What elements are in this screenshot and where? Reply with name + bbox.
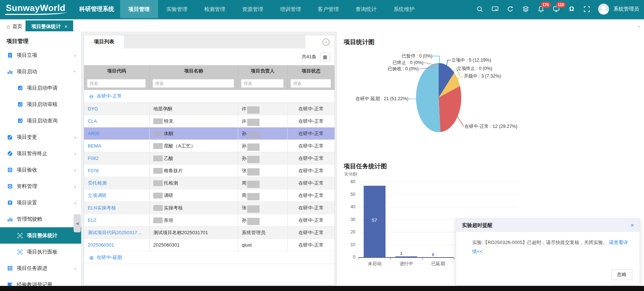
cell-project-status: 在研中-正常 [288, 152, 335, 164]
record-count: 共41条 [302, 54, 316, 60]
cell-project-status: 在研中-正常 [288, 103, 335, 115]
table-row[interactable]: ELN实操考核实操考核张在研中-正常 [84, 202, 335, 214]
sidebar-item-0[interactable]: 项目立项› [0, 47, 81, 63]
column-header-2[interactable]: 项目负责人 [238, 65, 288, 77]
group-row-normal[interactable]: ⊖ 在研中-正常 [84, 90, 335, 103]
sidebar-item-label: 项目启动申请 [27, 85, 58, 91]
column-settings-button[interactable]: ▦ [320, 52, 330, 62]
cell-project-owner: 孙 [238, 140, 288, 152]
cell-project-code[interactable]: BEMA [84, 140, 150, 152]
search-input-2[interactable] [241, 79, 284, 88]
nav-item-2[interactable]: 检测管理 [196, 0, 234, 18]
search-icon[interactable] [476, 5, 484, 13]
cell-project-code[interactable]: 测试项目代码20250317… [84, 227, 150, 239]
panel-collapse-icon[interactable]: ⌄ [323, 39, 329, 46]
sidebar-item-11[interactable]: 项目整体统计 [0, 227, 81, 244]
headset-icon[interactable]: Ω [568, 5, 576, 13]
cell-project-code[interactable]: ELN实操考核 [84, 202, 150, 214]
cell-project-code[interactable]: F078 [84, 165, 150, 177]
pie-slice-6[interactable] [416, 63, 440, 132]
panel-tab-project-list[interactable]: 项目列表 [84, 35, 124, 48]
layers-icon[interactable] [522, 5, 530, 13]
column-header-3[interactable]: 项目状态 [288, 65, 335, 77]
tabbar-collapse-icon[interactable]: ⌄ [637, 23, 641, 28]
table-row[interactable]: F078格鲁肽片张在研中-正常 [84, 165, 335, 177]
ignore-button[interactable]: 忽略 [611, 269, 632, 280]
fullscreen-icon[interactable] [583, 5, 591, 13]
bar-1[interactable] [395, 256, 417, 257]
cell-project-status: 在研中-正常 [288, 177, 335, 189]
table-header-row: 项目代码项目名称项目负责人项目状态 [84, 65, 335, 77]
redaction-block [153, 217, 163, 223]
bell-icon[interactable]: 176 [537, 5, 545, 13]
popup-message: 实验:【RD250326-0005】已超时，请尽快提交复核，关闭实验。 [472, 240, 608, 245]
table-row[interactable]: F082乙酸孙在研中-正常 [84, 152, 335, 165]
table-row[interactable]: CLA特龙许在研中-正常 [84, 115, 335, 127]
cell-project-status: 在研中-正常 [288, 227, 335, 239]
sidebar-item-7[interactable]: 项目验收› [0, 162, 81, 178]
chevron-right-icon: › [74, 200, 76, 206]
cell-project-code[interactable]: AR05 [84, 127, 150, 139]
sidebar-item-13[interactable]: 项目任务跟进› [0, 260, 81, 276]
monitor-icon[interactable]: 110 [552, 5, 560, 13]
tab-home[interactable]: ⌂ 首页 [0, 20, 29, 32]
table-row[interactable]: AR05体酮孙在研中-正常 [84, 127, 335, 140]
table-row[interactable]: 20250603012025060301qiuxt在研中-正常 [84, 239, 335, 251]
cell-project-name: 2025060301 [150, 239, 238, 251]
sidebar-item-2[interactable]: 项目启动申请 [0, 80, 81, 96]
bar-0[interactable]: 57 [364, 186, 386, 257]
cell-project-code[interactable]: ELZ [84, 214, 150, 226]
sidebar-item-14[interactable]: 经验教训登记册 [0, 276, 81, 286]
nav-item-4[interactable]: 培训管理 [272, 0, 309, 18]
sidebar-item-6[interactable]: 项目暂停终止› [0, 145, 81, 162]
sidebar-collapse-handle[interactable]: ◀ [74, 214, 81, 232]
sidebar-item-10[interactable]: 管理驾驶舱› [0, 211, 81, 227]
tab-project-overall-stats[interactable]: 项目整体统计 × [25, 20, 73, 32]
cell-project-code[interactable]: 受托检测 [84, 177, 150, 189]
column-header-1[interactable]: 项目名称 [150, 65, 238, 77]
cell-project-code[interactable]: 立项调研 [84, 189, 150, 201]
cell-project-code[interactable]: DYG [84, 103, 150, 115]
table-row[interactable]: DYG地屈孕酮许在研中-正常 [84, 103, 335, 115]
cell-project-code[interactable]: 2025060301 [84, 239, 150, 251]
nav-item-6[interactable]: 查询统计 [347, 0, 385, 18]
sidebar-item-3[interactable]: 项目启动审核 [0, 96, 81, 113]
sidebar-item-8[interactable]: 资料管理› [0, 178, 81, 194]
column-header-0[interactable]: 项目代码 [84, 65, 150, 77]
search-input-3[interactable] [291, 79, 331, 88]
sidebar-item-1[interactable]: 项目启动› [0, 63, 81, 80]
nav-item-3[interactable]: 资源管理 [234, 0, 272, 18]
sidebar-item-12[interactable]: 项目执行面板 [0, 244, 81, 260]
table-row[interactable]: 立项调研调研周在研中-正常 [84, 189, 335, 202]
tab-close-icon[interactable]: × [64, 24, 67, 30]
cell-project-code[interactable]: CLA [84, 115, 150, 127]
sidebar-item-4[interactable]: 项目启动查询 [0, 113, 81, 129]
search-input-0[interactable] [87, 79, 146, 88]
badge-icon [17, 101, 23, 108]
notification-badge: 176 [541, 2, 551, 8]
popup-close-icon[interactable]: × [631, 222, 634, 229]
refresh-icon[interactable] [506, 5, 514, 13]
user-avatar[interactable] [598, 4, 609, 15]
collapse-group-icon[interactable]: ⊖ [89, 94, 94, 99]
screen-share-icon[interactable] [491, 5, 499, 13]
y-axis-label: 50 [341, 192, 355, 197]
expand-group-icon[interactable]: ⊕ [89, 255, 94, 260]
cell-project-code[interactable]: F082 [84, 152, 150, 164]
nav-item-0[interactable]: 项目管理 [120, 0, 158, 18]
x-category-label: 未启动 [359, 261, 391, 267]
nav-item-5[interactable]: 客户管理 [309, 0, 347, 18]
nav-item-7[interactable]: 系统维护 [385, 0, 423, 18]
user-name[interactable]: 系统管理员 [613, 6, 639, 12]
sidebar-item-9[interactable]: 项目设置› [0, 194, 81, 211]
group-row-delayed[interactable]: ⊕ 在研中-延期 [84, 251, 335, 264]
redaction-block [247, 156, 260, 163]
search-input-1[interactable] [153, 79, 234, 88]
table-row[interactable]: BEMA度酸（A工艺）孙在研中-正常 [84, 140, 335, 152]
nav-item-1[interactable]: 实验管理 [158, 0, 196, 18]
pie-leader-line-5 [458, 76, 463, 79]
table-row[interactable]: 测试项目代码20250317…测试项目名称2025031701系统管理员在研中-… [84, 227, 335, 239]
sidebar-item-5[interactable]: 项目变更› [0, 129, 81, 145]
table-row[interactable]: 受托检测托检测周在研中-正常 [84, 177, 335, 189]
table-row[interactable]: ELZ奈坦孙在研中-正常 [84, 214, 335, 227]
